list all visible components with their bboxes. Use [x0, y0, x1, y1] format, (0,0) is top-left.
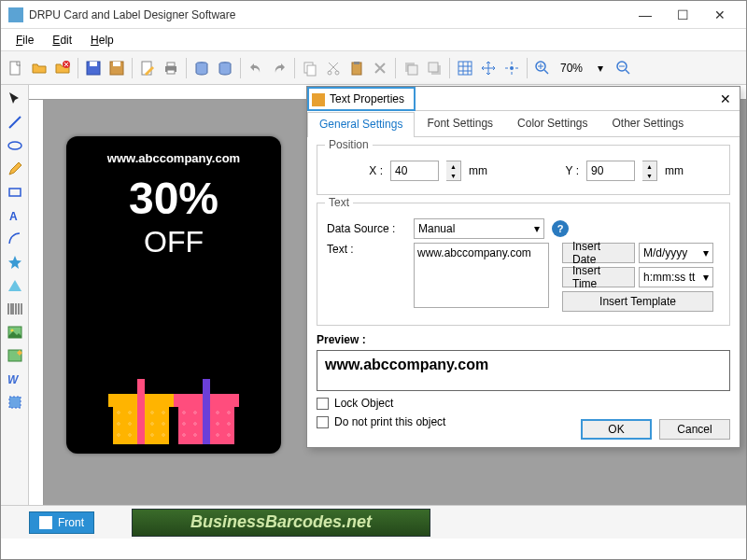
edit-icon[interactable] [136, 57, 159, 79]
zoom-value[interactable]: 70% [555, 62, 588, 75]
move-icon[interactable] [477, 57, 500, 79]
tab-other[interactable]: Other Settings [599, 111, 696, 136]
help-icon[interactable]: ? [552, 220, 569, 237]
arc-tool-icon[interactable] [5, 229, 25, 249]
zoomin-icon[interactable] [531, 57, 554, 79]
barcode-tool-icon[interactable] [5, 299, 25, 319]
cut-icon[interactable] [322, 57, 345, 79]
image-tool-icon[interactable] [5, 322, 25, 343]
text-tool-icon[interactable]: A [5, 205, 25, 226]
open-icon[interactable] [28, 57, 50, 79]
card-url-text[interactable]: www.abccompany.com [76, 151, 272, 165]
ruler-vertical [29, 100, 44, 505]
menu-edit[interactable]: Edit [45, 32, 79, 49]
footer: Front BusinessBarcodes.net [1, 505, 746, 539]
star-tool-icon[interactable] [5, 252, 25, 273]
tab-font[interactable]: Font Settings [415, 111, 505, 136]
rect-tool-icon[interactable] [5, 182, 25, 203]
line-tool-icon[interactable] [5, 112, 25, 133]
svg-point-26 [8, 142, 21, 149]
x-input[interactable] [390, 161, 439, 181]
card-gifts [66, 379, 281, 444]
gift-icon [174, 379, 239, 444]
brand-banner: BusinessBarcodes.net [132, 509, 430, 537]
preview-box: www.abccompany.com [317, 350, 730, 391]
layer1-icon[interactable] [400, 57, 422, 79]
lock-checkbox[interactable] [317, 398, 329, 410]
toolbar: 70% ▾ [1, 51, 746, 85]
close-button[interactable]: ✕ [701, 2, 739, 28]
datasource-combo[interactable]: Manual [414, 218, 544, 239]
save-icon[interactable] [82, 57, 105, 79]
pencil-tool-icon[interactable] [5, 159, 25, 179]
shape-tool-icon[interactable] [5, 392, 25, 413]
undo-icon[interactable] [245, 57, 267, 79]
y-input[interactable] [586, 161, 635, 181]
redo-icon[interactable] [268, 57, 290, 79]
zoom-dropdown-icon[interactable]: ▾ [589, 57, 612, 79]
maximize-button[interactable]: ☐ [664, 2, 701, 28]
svg-text:W: W [7, 373, 20, 386]
tab-color[interactable]: Color Settings [505, 111, 599, 136]
tab-general[interactable]: General Settings [307, 112, 415, 137]
datasource-label: Data Source : [327, 222, 406, 235]
page-tab-front[interactable]: Front [29, 511, 94, 534]
triangle-tool-icon[interactable] [5, 275, 25, 296]
wordart-tool-icon[interactable]: W [5, 369, 25, 389]
align-icon[interactable] [500, 57, 523, 79]
page-tab-label: Front [58, 516, 84, 529]
card-preview[interactable]: www.abccompany.com 30% OFF [66, 136, 281, 454]
svg-point-30 [10, 329, 13, 332]
x-spinner[interactable]: ▲▼ [446, 161, 461, 181]
date-format-combo[interactable]: M/d/yyyy [639, 243, 713, 263]
delete-icon[interactable] [369, 57, 391, 79]
page-thumb-icon [39, 516, 52, 529]
menu-help[interactable]: Help [83, 32, 121, 49]
copy-icon[interactable] [299, 57, 321, 79]
svg-rect-33 [9, 397, 21, 408]
preview-label: Preview : [317, 333, 730, 346]
insert-time-button[interactable]: Insert Time [562, 267, 635, 287]
zoomout-icon[interactable] [613, 57, 635, 79]
card-discount-text: 30% [76, 176, 272, 221]
dialog-titlebar: Text Properties ✕ [307, 87, 740, 111]
y-spinner[interactable]: ▲▼ [642, 161, 657, 181]
noprint-label: Do not print this object [334, 415, 445, 428]
minimize-button[interactable]: — [627, 2, 664, 28]
grid-icon[interactable] [454, 57, 476, 79]
print-icon[interactable] [160, 57, 182, 79]
ok-button[interactable]: OK [581, 419, 652, 440]
card-off-text: OFF [76, 225, 272, 259]
layer2-icon[interactable] [423, 57, 445, 79]
db-icon[interactable] [190, 57, 213, 79]
paste-icon[interactable] [345, 57, 368, 79]
close-file-icon[interactable] [51, 57, 74, 79]
svg-rect-27 [9, 189, 21, 196]
time-format-combo[interactable]: h:mm:ss tt [639, 267, 713, 287]
insert-date-button[interactable]: Insert Date [562, 243, 635, 263]
gift-icon [108, 379, 174, 444]
ellipse-tool-icon[interactable] [5, 135, 25, 156]
insert-template-button[interactable]: Insert Template [562, 291, 713, 312]
menubar: File Edit Help [1, 29, 746, 51]
app-icon [8, 7, 23, 22]
dialog-tabs: General Settings Font Settings Color Set… [307, 111, 740, 137]
noprint-checkbox[interactable] [317, 416, 329, 428]
svg-rect-5 [113, 62, 120, 66]
cancel-button[interactable]: Cancel [659, 419, 730, 440]
lock-label: Lock Object [334, 397, 393, 410]
position-legend: Position [325, 138, 373, 151]
menu-file[interactable]: File [8, 32, 41, 49]
db2-icon[interactable] [214, 57, 236, 79]
dialog-close-icon[interactable]: ✕ [712, 91, 740, 106]
text-input[interactable] [414, 243, 549, 308]
svg-point-23 [510, 66, 514, 70]
y-unit: mm [665, 164, 684, 177]
svg-rect-17 [354, 62, 359, 64]
new-icon[interactable] [5, 57, 27, 79]
library-tool-icon[interactable] [5, 345, 25, 366]
saveas-icon[interactable] [106, 57, 128, 79]
pointer-tool-icon[interactable] [5, 89, 25, 109]
app-title: DRPU Card and Label Designer Software [29, 8, 627, 21]
svg-rect-21 [429, 63, 438, 72]
